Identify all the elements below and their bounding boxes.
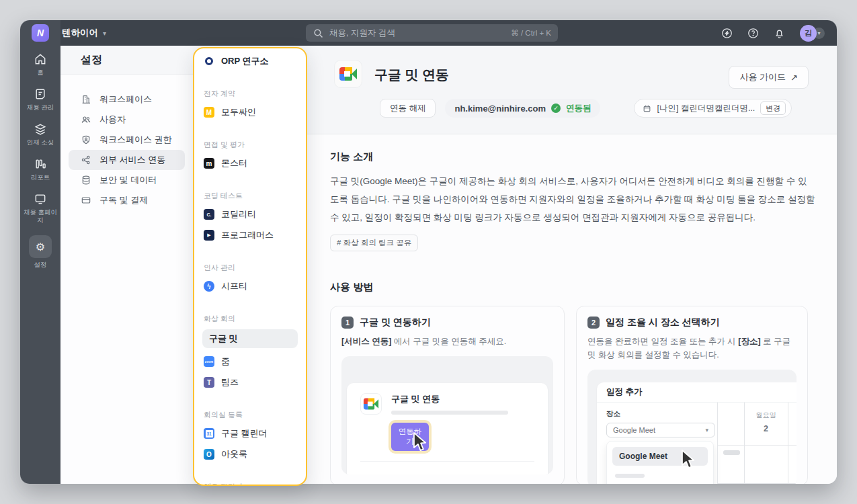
step1-card: 1 구글 밋 연동하기 [서비스 연동] 에서 구글 밋을 연동해 주세요. [330,306,565,484]
service-item-outlook[interactable]: O 아웃룩 [204,447,296,462]
usage-heading: 사용 방법 [330,281,813,294]
help-icon[interactable] [747,28,759,39]
credit-card-icon [81,195,91,206]
avatar: 김 [800,25,817,42]
google-calendar-icon: 31 [204,428,214,439]
settings-nav-billing[interactable]: 구독 및 결제 [69,190,185,210]
service-item-orp[interactable]: ORP 연구소 [204,54,296,69]
calendar-selector[interactable]: [나인] 캘린더명캘린더명... 변경 [634,99,792,118]
weekday-label: 월요일 [744,411,788,420]
zoom-icon: zoom [204,356,214,367]
home-icon [34,52,47,66]
settings-panel: 설정 워크스페이스 사용자 워크스페이스 권한 외부 서비스 연동 [60,46,193,484]
service-item-teams[interactable]: T 팀즈 [204,375,296,390]
orp-icon [205,57,213,65]
settings-nav-security[interactable]: 보안 및 데이터 [69,170,185,190]
teams-icon: T [204,377,214,388]
settings-nav-integrations[interactable]: 외부 서비스 연동 [69,150,185,170]
section-label-hr: 인사 관리 [204,263,296,273]
outlook-icon: O [204,449,214,460]
service-item-shiftee[interactable]: ϟ 시프티 [204,279,296,294]
layers-icon [34,122,47,136]
chevron-down-icon: ▾ [705,427,708,433]
step2-title: 일정 조율 시 장소 선택하기 [606,317,720,329]
shield-user-icon [81,134,91,145]
mock-schedule-title: 일정 추가 [597,382,797,403]
sidebar-item-recruiting[interactable]: 채용 관리 [22,87,59,112]
bar-chart-icon [34,157,47,171]
mock-integration-card: 구글 밋 연동 연동하기 [347,383,548,474]
calendar-value: [나인] 캘린더명캘린더명... [657,103,755,114]
sidebar-item-sourcing[interactable]: 인재 소싱 [22,122,59,146]
monitor-icon [34,192,47,206]
chevron-down-icon: ▾ [103,30,106,37]
change-calendar-button[interactable]: 변경 [760,101,786,115]
connection-status-row: 연동 해제 nh.kime@ninhire.com ✓ 연동됨 [나인] 캘린더… [380,99,792,118]
step1-number-badge: 1 [341,317,354,329]
service-item-monster[interactable]: m 몬스터 [204,156,296,171]
service-item-google-calendar[interactable]: 31 구글 캘린더 [204,426,296,441]
service-item-google-meet[interactable]: 구글 밋 [202,329,298,348]
section-label-meeting-room: 회의실 등록 [204,410,296,420]
sidebar-item-home[interactable]: 홈 [22,52,59,77]
profile-menu[interactable]: 김 ▾ [800,25,825,42]
google-meet-icon [334,60,362,88]
service-item-codility[interactable]: C. 코딜리티 [204,207,296,222]
chat-icon[interactable] [721,28,733,39]
intro-heading: 기능 소개 [330,151,813,163]
app-window: 텐하이어 ▾ 채용, 지원자 검색 ⌘ / Ctrl + K 김 ▾ N [20,20,837,484]
usage-steps: 1 구글 밋 연동하기 [서비스 연동] 에서 구글 밋을 연동해 주세요. [330,306,813,484]
page-title: 구글 밋 연동 [374,66,449,84]
location-select[interactable]: Google Meet ▾ [606,423,715,437]
workspace-switcher[interactable]: 텐하이어 ▾ [62,27,106,39]
programmers-icon: ▶ [204,230,214,241]
building-icon [81,94,91,105]
section-label-coding-test: 코딩 테스트 [204,191,296,201]
monster-icon: m [204,158,214,169]
users-icon [81,114,91,125]
search-placeholder: 채용, 지원자 검색 [329,28,505,39]
database-icon [81,175,91,185]
step1-description: [서비스 연동] 에서 구글 밋을 연동해 주세요. [341,335,553,348]
step1-mockup: 구글 밋 연동 연동하기 [341,356,553,474]
disconnect-button[interactable]: 연동 해제 [380,99,436,118]
shiftee-icon: ϟ [204,281,214,292]
bell-icon[interactable] [774,28,785,39]
settings-title: 설정 [60,46,193,75]
sidebar-item-report[interactable]: 리포트 [22,157,59,181]
search-shortcut: ⌘ / Ctrl + K [511,28,551,38]
share-nodes-icon [81,155,91,165]
feature-tag: # 화상 회의 링크 공유 [330,235,418,251]
brand-logo-icon[interactable]: N [32,24,49,42]
intro-paragraph: 구글 밋(Google Meet)은 구글이 제공하는 화상 회의 서비스로, … [330,172,815,226]
calendar-icon [643,104,651,113]
sidebar-rail: N 홈 채용 관리 인재 소싱 리포트 채용 홈페이지 ⚙ [20,20,60,484]
location-field-label: 장소 [606,409,715,419]
topbar: 텐하이어 ▾ 채용, 지원자 검색 ⌘ / Ctrl + K 김 ▾ [60,20,837,46]
placeholder-bar [615,474,645,478]
external-link-icon: ↗ [790,73,798,83]
step2-description: 연동을 완료하면 일정 조율 또는 추가 시 [장소] 로 구글밋 화상 회의를… [587,335,797,362]
location-dropdown: Google Meet [606,441,714,484]
google-meet-icon [360,393,382,415]
search-input[interactable]: 채용, 지원자 검색 ⌘ / Ctrl + K [306,24,558,42]
sidebar-item-career-page[interactable]: 채용 홈페이지 [22,192,59,224]
settings-nav-users[interactable]: 사용자 [69,110,185,130]
usage-guide-button[interactable]: 사용 가이드 ↗ [729,66,809,89]
settings-nav: 워크스페이스 사용자 워크스페이스 권한 외부 서비스 연동 보안 및 데이터 [60,75,193,210]
mock-calendar-grid: 월요일 2 [717,403,797,484]
cursor-pointer-icon [411,432,427,452]
service-item-programmers[interactable]: ▶ 프로그래머스 [204,228,296,243]
gear-icon: ⚙ [29,235,52,258]
search-icon [313,28,324,39]
account-email: nh.kime@ninhire.com [454,103,545,114]
service-item-zoom[interactable]: zoom 줌 [204,354,296,369]
divider [360,461,534,462]
settings-nav-workspace[interactable]: 워크스페이스 [69,89,185,110]
settings-nav-permissions[interactable]: 워크스페이스 권한 [69,130,185,150]
service-item-modusign[interactable]: M 모두싸인 [204,105,296,120]
workspace-name: 텐하이어 [62,27,98,39]
section-label-video-meeting: 화상 회의 [204,314,296,324]
sidebar-item-settings[interactable]: ⚙ 설정 [22,235,59,269]
codility-icon: C. [204,209,214,220]
